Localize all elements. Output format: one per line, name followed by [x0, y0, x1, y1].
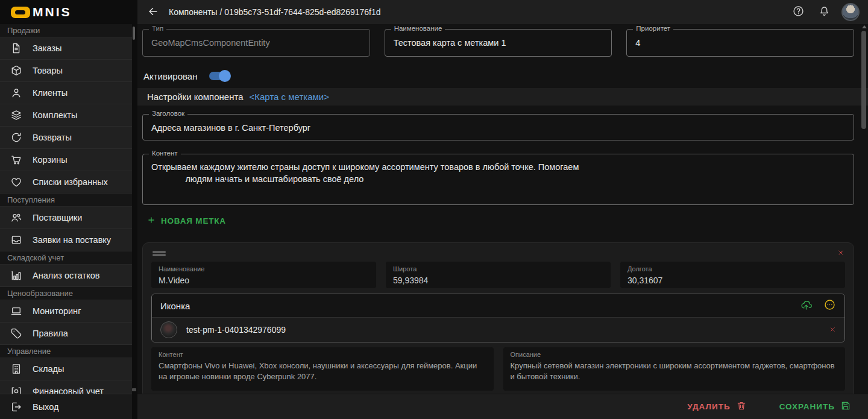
help-button[interactable]: [790, 4, 807, 20]
marker-text-row: Контент Смартфоны Vivo и Huawei, Xbox ко…: [151, 347, 845, 391]
drag-handle[interactable]: [151, 248, 166, 260]
sidebar-nav: Продажи Заказы Товары Клиенты Комплекты …: [0, 24, 137, 394]
logo-text: MNIS: [33, 5, 72, 19]
latitude-field[interactable]: Широта 59,93984: [386, 262, 611, 288]
remove-marker-button[interactable]: [836, 248, 846, 258]
upload-icon-button[interactable]: [800, 298, 813, 313]
sidebar-scrollbar-end[interactable]: [132, 388, 136, 391]
content-scrollbar[interactable]: [861, 25, 867, 392]
more-options-button[interactable]: [823, 298, 836, 313]
sidebar-item-label: Финансовый учет: [33, 386, 104, 394]
action-bar: УДАЛИТЬ СОХРАНИТЬ: [137, 394, 868, 419]
save-floppy-icon: [840, 400, 851, 413]
icon-file-row[interactable]: test-pm-1-0401342976099: [152, 318, 844, 342]
main-area: Компоненты / 019b5c73-51df-7644-825d-ed8…: [137, 0, 868, 419]
priority-field-label: Приоритет: [633, 25, 673, 32]
title-field-value: Адреса магазинов в г. Санкт-Петербург: [143, 115, 854, 133]
file-name: test-pm-1-0401342976099: [186, 325, 286, 335]
breadcrumb: Компоненты / 019b5c73-51df-7644-825d-ed8…: [169, 7, 381, 17]
title-field[interactable]: Заголовок Адреса магазинов в г. Санкт-Пе…: [142, 114, 854, 140]
logout-icon: [10, 401, 22, 413]
trash-icon: [736, 400, 747, 413]
document-icon: [10, 42, 22, 54]
sidebar-item-stock-analysis[interactable]: Анализ остатков: [0, 265, 132, 287]
monitor-icon: [10, 305, 22, 317]
inbox-icon: [10, 234, 22, 246]
notifications-button[interactable]: [816, 4, 832, 20]
marker-name-label: Наименование: [159, 265, 369, 273]
marker-content-value: Смартфоны Vivo и Huawei, Xbox консоли, н…: [159, 361, 486, 382]
back-button[interactable]: [145, 4, 162, 20]
settings-type-link[interactable]: <Карта с метками>: [250, 92, 329, 102]
toggle-knob: [219, 70, 231, 82]
latitude-value: 59,93984: [393, 276, 603, 285]
longitude-value: 30,31607: [627, 276, 838, 285]
delete-label: УДАЛИТЬ: [687, 402, 730, 411]
activated-toggle[interactable]: [208, 70, 231, 82]
name-field-label: Наименование: [391, 25, 445, 32]
type-field-label: Тип: [149, 25, 166, 32]
marker-name-value: M.Video: [159, 276, 369, 285]
sidebar-item-suppliers[interactable]: Поставщики: [0, 207, 132, 229]
content-field[interactable]: Контент Открываем каждому жителю страны …: [142, 154, 854, 205]
person-icon: [10, 87, 22, 99]
remove-file-button[interactable]: [829, 326, 836, 335]
activated-label: Активирован: [143, 71, 197, 81]
sidebar-item-clients[interactable]: Клиенты: [0, 82, 132, 104]
title-field-label: Заголовок: [149, 110, 187, 117]
delete-button[interactable]: УДАЛИТЬ: [684, 400, 750, 414]
sidebar-item-returns[interactable]: Возвраты: [0, 127, 132, 149]
marker-fields-row: Наименование M.Video Широта 59,93984 Дол…: [151, 262, 845, 288]
sidebar-item-label: Товары: [33, 66, 63, 75]
sidebar-item-kits[interactable]: Комплекты: [0, 104, 132, 127]
priority-field[interactable]: Приоритет 4: [626, 29, 854, 57]
marker-content-label: Контент: [159, 351, 486, 358]
marker-description-field[interactable]: Описание Крупный сетевой магазин электро…: [503, 347, 846, 391]
sidebar-item-label: Правила: [33, 329, 68, 338]
back-arrow-icon: [147, 5, 159, 19]
sidebar-item-finance[interactable]: Финансовый учет: [0, 380, 132, 394]
marker-description-label: Описание: [511, 351, 838, 358]
icon-actions: [800, 298, 836, 313]
sidebar-section-sales: Продажи: [0, 24, 132, 37]
user-avatar[interactable]: [841, 3, 860, 21]
sidebar-item-monitoring[interactable]: Мониторинг: [0, 300, 132, 323]
content-scrollbar-thumb[interactable]: [861, 31, 866, 129]
add-marker-button[interactable]: НОВАЯ МЕТКА: [142, 213, 231, 229]
save-button[interactable]: СОХРАНИТЬ: [776, 400, 855, 414]
brand-logo[interactable]: MNIS: [0, 0, 137, 24]
sidebar-item-products[interactable]: Товары: [0, 60, 132, 82]
cart-icon: [10, 154, 22, 166]
type-field: Тип GeoMapCmsComponentEntity: [142, 29, 370, 57]
name-field-value: Тестовая карта с метками 1: [385, 30, 612, 48]
help-icon: [792, 5, 805, 19]
marker-content-field[interactable]: Контент Смартфоны Vivo и Huawei, Xbox ко…: [151, 347, 494, 391]
sidebar-section-warehouse-accounting: Складской учет: [0, 251, 132, 265]
type-field-value: GeoMapCmsComponentEntity: [143, 30, 370, 48]
scrollbar-up-arrow-icon[interactable]: [862, 25, 867, 28]
component-form: Тип GeoMapCmsComponentEntity Наименовани…: [137, 24, 868, 394]
drag-handle-bar: [153, 254, 166, 256]
longitude-field[interactable]: Долгота 30,31607: [620, 262, 845, 288]
ellipsis-circle-icon: [823, 298, 836, 313]
content-field-label: Контент: [149, 150, 181, 157]
sidebar-item-logout[interactable]: Выход: [0, 394, 132, 419]
sidebar-item-carts[interactable]: Корзины: [0, 149, 132, 171]
marker-name-field[interactable]: Наименование M.Video: [151, 262, 376, 288]
sidebar-item-rules[interactable]: Правила: [0, 323, 132, 345]
app-root: MNIS Продажи Заказы Товары Клиенты Компл…: [0, 0, 868, 419]
sidebar-scrollbar-thumb[interactable]: [133, 27, 135, 40]
sidebar-item-label: Склады: [33, 364, 64, 374]
sidebar-section-management: Управление: [0, 345, 132, 358]
sidebar: MNIS Продажи Заказы Товары Клиенты Компл…: [0, 0, 137, 419]
sidebar-item-warehouses[interactable]: Склады: [0, 358, 132, 380]
sidebar-item-orders[interactable]: Заказы: [0, 37, 132, 60]
sidebar-item-supply-requests[interactable]: Заявки на поставку: [0, 229, 132, 251]
activated-row: Активирован: [142, 70, 854, 82]
tag-icon: [10, 327, 22, 339]
sidebar-item-wishlists[interactable]: Списки избранных: [0, 171, 132, 194]
name-field[interactable]: Наименование Тестовая карта с метками 1: [385, 29, 612, 57]
marker-card: Наименование M.Video Широта 59,93984 Дол…: [142, 242, 854, 394]
money-icon: [10, 385, 22, 394]
latitude-label: Широта: [393, 265, 603, 273]
